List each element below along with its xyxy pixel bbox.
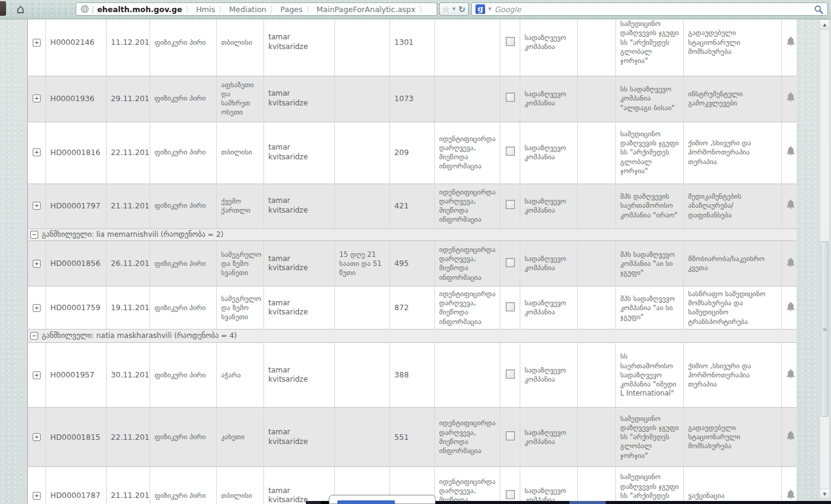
cell-case-id: HD00001797 <box>46 184 107 228</box>
row-checkbox[interactable] <box>506 370 515 379</box>
cell-elapsed-time <box>335 408 390 467</box>
cell-claimant-type: სადაზღვევო კომპანია <box>520 122 578 184</box>
table-row[interactable]: +HD0000179721.11.2012ფიზიკური პირიქვემო … <box>28 184 797 228</box>
row-checkbox[interactable] <box>506 147 515 156</box>
row-expand-button[interactable]: + <box>33 94 41 102</box>
notification-bell-icon[interactable] <box>786 92 795 105</box>
cell-case-id: H00002146 <box>46 19 107 76</box>
vertical-scrollbar[interactable]: ▲ ≡ ▼ <box>819 19 830 499</box>
url-bar[interactable]: | ehealth.moh.gov.ge 〉Hmis〉Mediation〉Pag… <box>76 2 437 16</box>
url-domain: ehealth.moh.gov.ge <box>97 5 182 14</box>
cell-empty <box>578 122 616 184</box>
table-row[interactable]: +HD0000175919.11.2012ფიზიკური პირისამეგრ… <box>28 287 797 330</box>
cell-elapsed-time <box>335 287 390 330</box>
scrollbar-thumb[interactable]: ≡ <box>821 241 829 417</box>
cell-region: ქვემო ქართლი <box>217 184 264 228</box>
cell-region: თბილისი <box>217 19 264 76</box>
row-expand-button[interactable]: + <box>33 202 41 210</box>
row-expand-button[interactable]: + <box>33 260 41 268</box>
notification-bell-icon[interactable] <box>786 146 795 159</box>
cell-number: 872 <box>390 287 435 330</box>
group-collapse-button[interactable]: − <box>30 332 38 340</box>
bookmark-star-icon[interactable]: ☆ <box>443 5 450 14</box>
cell-elapsed-time: 15 დღე 21 საათი და 51 წუთი <box>335 241 390 287</box>
cell-person-type: ფიზიკური პირი <box>150 343 217 408</box>
cell-case-id: HD00001816 <box>46 122 107 184</box>
notification-bell-icon[interactable] <box>786 302 795 314</box>
cell-checkbox <box>500 241 520 287</box>
breadcrumb-item: MainPageForAnalytic.aspx <box>317 5 416 14</box>
row-expand-button[interactable]: + <box>33 433 41 441</box>
search-engine-dropdown-icon[interactable]: ▼ <box>488 7 491 12</box>
row-checkbox[interactable] <box>506 93 515 102</box>
row-expand-button[interactable]: + <box>33 371 41 379</box>
cell-bell <box>782 287 797 330</box>
breadcrumb-item: Pages <box>280 5 303 14</box>
table-row[interactable]: +HD0000181622.11.2012ფიზიკური პირითბილის… <box>28 122 797 184</box>
cell-insurance-company: სს სადაზღვევო კომპანია "ალდაგი ბისაი" <box>616 76 684 122</box>
table-row[interactable]: +H0000195730.11.2012ფიზიკური პირიაჭარაta… <box>28 343 797 408</box>
cell-empty <box>578 467 616 504</box>
cell-bell <box>782 241 797 287</box>
cell-date: 26.11.2012 <box>107 241 150 287</box>
search-input[interactable]: Google <box>494 5 521 14</box>
group-row: −განმხილველი: natia maskharashvili (რაოდ… <box>28 330 797 343</box>
row-checkbox[interactable] <box>506 431 515 440</box>
scroll-up-button[interactable]: ▲ <box>820 20 829 30</box>
cell-expander: + <box>28 122 46 184</box>
group-label: განმხილველი: lia memarnishvili (რაოდენობ… <box>42 230 223 239</box>
group-collapse-button[interactable]: − <box>30 231 38 239</box>
cell-checkbox <box>500 122 520 184</box>
cell-service: გადაუდებელი სტაციონარული მომსახურება <box>684 408 782 467</box>
row-expand-button[interactable]: + <box>33 148 41 156</box>
notification-bell-icon[interactable] <box>786 199 795 212</box>
cell-person-type: ფიზიკური პირი <box>150 122 217 184</box>
search-box[interactable]: g ▼ Google <box>471 2 828 16</box>
cell-elapsed-time <box>335 122 390 184</box>
cell-violation-status: იდენტიფიცირდა დარღვევა, მიეწოდა ინფორმაც… <box>435 122 500 184</box>
chevron-right-icon: 〉 <box>306 5 314 14</box>
notification-bell-icon[interactable] <box>786 431 795 443</box>
cell-date: 21.11.2012 <box>107 467 150 504</box>
row-expand-button[interactable]: + <box>33 492 41 500</box>
notification-bell-icon[interactable] <box>786 489 795 502</box>
row-checkbox[interactable] <box>506 490 515 499</box>
cell-service: მშობიარობა/საკეისრო კვეთა <box>684 241 782 287</box>
row-expand-button[interactable]: + <box>33 304 41 312</box>
notification-bell-icon[interactable] <box>786 36 795 49</box>
urlbar-separator: | <box>91 5 94 14</box>
search-icon[interactable] <box>814 5 824 17</box>
row-checkbox[interactable] <box>506 302 515 311</box>
group-label: განმხილველი: natia maskharashvili (რაოდე… <box>42 331 237 340</box>
cell-bell <box>782 76 797 122</box>
refresh-icon[interactable]: ↻ <box>459 4 466 14</box>
notification-bell-icon[interactable] <box>786 257 795 270</box>
cell-insurance-company: სამედიცინო დაზღვევის ჯგუფი სს "არქიმედეს… <box>616 122 684 184</box>
cell-empty <box>578 76 616 122</box>
row-checkbox[interactable] <box>506 258 515 267</box>
table-row[interactable]: +H0000193629.11.2012ფიზიკური პირიაფხაზეთ… <box>28 76 797 122</box>
row-expand-button[interactable]: + <box>33 39 41 47</box>
row-checkbox[interactable] <box>506 37 515 46</box>
cell-checkbox <box>500 408 520 467</box>
row-checkbox[interactable] <box>506 200 515 209</box>
google-logo-icon[interactable]: g <box>475 4 485 14</box>
cell-region: აფხაზეთი და სამხრეთ ოსეთი <box>217 76 264 122</box>
cell-region: აჭარა <box>217 343 264 408</box>
cell-region: სამეგრელო და ზემო სვანეთი <box>217 287 264 330</box>
table-row[interactable]: +HD0000181522.11.2012ფიზიკური პირიკახეთი… <box>28 408 797 467</box>
cell-empty <box>578 19 616 76</box>
cell-case-id: HD00001815 <box>46 408 107 467</box>
chevron-right-icon: 〉 <box>218 5 226 14</box>
notification-bell-icon[interactable] <box>786 369 795 382</box>
cell-case-id: HD00001787 <box>46 467 107 504</box>
cell-person-type: ფიზიკური პირი <box>150 184 217 228</box>
cell-date: 22.11.2012 <box>107 408 150 467</box>
table-row[interactable]: +HD0000185626.11.2012ფიზიკური პირისამეგრ… <box>28 241 797 287</box>
cell-elapsed-time <box>335 184 390 228</box>
home-button[interactable]: ⌂ <box>13 1 28 17</box>
cell-insurance-company: სამედიცინო დაზღვევის ჯგუფი სს "არქიმედეს… <box>616 467 684 504</box>
scroll-down-button[interactable]: ▼ <box>820 489 829 499</box>
table-row[interactable]: +H0000214611.12.2012ფიზიკური პირითბილისი… <box>28 19 797 76</box>
bookmark-dropdown-icon[interactable]: ▼ <box>452 7 455 12</box>
